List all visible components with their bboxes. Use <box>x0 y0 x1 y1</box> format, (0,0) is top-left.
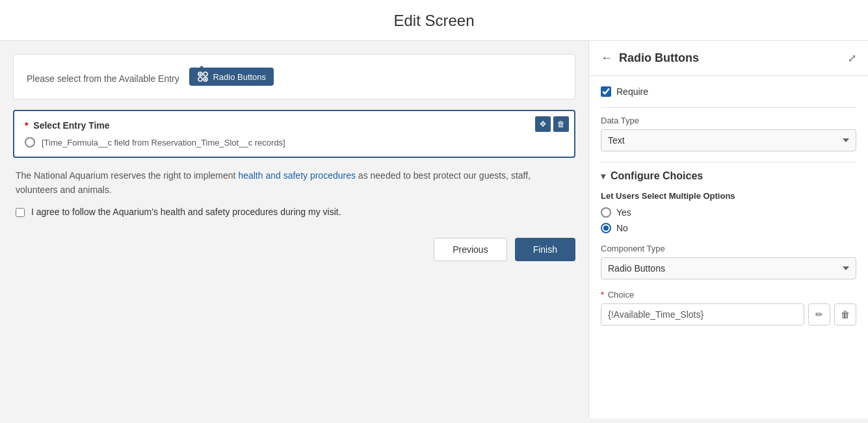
agree-checkbox[interactable] <box>16 208 25 217</box>
radio-option: [Time_Formula__c field from Reservation_… <box>25 137 564 147</box>
require-checkbox[interactable] <box>601 86 611 97</box>
right-panel-header: ← Radio Buttons ⤢ <box>589 41 868 76</box>
expand-icon[interactable]: ⤢ <box>848 52 856 64</box>
entry-prompt-card: Please select from the Available Entry <box>13 54 575 99</box>
configure-choices-label: Configure Choices <box>611 170 703 182</box>
component-type-section: Component Type Radio Buttons <box>601 244 856 279</box>
info-section: The National Aquarium reserves the right… <box>13 168 575 217</box>
svg-point-5 <box>205 79 207 81</box>
checkbox-row: I agree to follow the Aquarium's health … <box>16 207 573 217</box>
svg-point-1 <box>204 72 207 76</box>
divider-2 <box>601 162 856 162</box>
page-title: Edit Screen <box>0 12 868 30</box>
panel-body: Require Data Type Text ▾ Configure Choic… <box>589 76 868 336</box>
radio-option-text: [Time_Formula__c field from Reservation_… <box>42 138 285 147</box>
choice-label: * Choice <box>601 290 856 300</box>
field-label: * Select Entry Time <box>25 120 564 131</box>
tooltip-container: Radio Buttons <box>187 73 274 84</box>
yes-option-row[interactable]: Yes <box>601 207 856 218</box>
choice-section: * Choice ✏ 🗑 <box>601 290 856 326</box>
move-button[interactable]: ✥ <box>535 116 551 132</box>
require-label: Require <box>616 86 648 97</box>
radio-buttons-icon <box>197 71 209 83</box>
multiple-options-label: Let Users Select Multiple Options <box>601 191 856 201</box>
checkbox-label: I agree to follow the Aquarium's health … <box>31 207 341 217</box>
choice-required-star: * <box>601 290 604 300</box>
yes-radio-dot <box>601 207 611 218</box>
select-time-card: ✥ 🗑 * Select Entry Time [Time_Formula__c… <box>13 110 575 158</box>
divider-1 <box>601 107 856 108</box>
configure-choices-header[interactable]: ▾ Configure Choices <box>601 170 856 182</box>
panel-header-left: ← Radio Buttons <box>601 51 699 65</box>
main-layout: Please select from the Available Entry <box>0 41 868 418</box>
previous-button[interactable]: Previous <box>434 238 506 261</box>
card-actions: ✥ 🗑 <box>535 116 569 132</box>
choice-input[interactable] <box>601 303 804 326</box>
info-link[interactable]: health and safety procedures <box>238 170 356 181</box>
delete-button[interactable]: 🗑 <box>553 116 569 132</box>
delete-choice-button[interactable]: 🗑 <box>834 303 856 326</box>
panel-title: Radio Buttons <box>619 51 699 65</box>
require-row: Require <box>601 86 856 97</box>
info-text: The National Aquarium reserves the right… <box>16 168 573 198</box>
required-star: * <box>25 120 28 131</box>
page-header: Edit Screen <box>0 0 868 41</box>
no-option-row[interactable]: No <box>601 223 856 233</box>
yes-label: Yes <box>616 207 631 218</box>
data-type-label: Data Type <box>601 116 856 125</box>
no-label: No <box>616 223 628 233</box>
finish-button[interactable]: Finish <box>515 238 575 261</box>
choice-row: ✏ 🗑 <box>601 303 856 326</box>
field-label-text: Select Entry Time <box>33 120 109 131</box>
right-panel: ← Radio Buttons ⤢ Require Data Type Text <box>588 41 868 418</box>
data-type-select[interactable]: Text <box>601 129 856 151</box>
nav-buttons: Previous Finish <box>13 227 575 264</box>
info-text-before: The National Aquarium reserves the right… <box>16 170 238 181</box>
edit-choice-button[interactable]: ✏ <box>808 303 830 326</box>
left-panel: Please select from the Available Entry <box>0 41 588 418</box>
back-arrow-icon[interactable]: ← <box>601 51 612 65</box>
component-type-select[interactable]: Radio Buttons <box>601 257 856 279</box>
svg-point-4 <box>200 73 202 75</box>
radio-circle <box>25 137 35 147</box>
entry-prompt-text: Please select from the Available Entry <box>27 73 187 84</box>
no-radio-dot <box>601 223 611 233</box>
data-type-section: Data Type Text <box>601 116 856 151</box>
multiple-options-group: Yes No <box>601 207 856 233</box>
choice-label-text: Choice <box>608 290 634 300</box>
chevron-down-icon: ▾ <box>601 171 605 181</box>
svg-point-2 <box>198 77 202 81</box>
radio-buttons-tooltip[interactable]: Radio Buttons <box>189 68 274 86</box>
tooltip-label: Radio Buttons <box>213 72 266 82</box>
component-type-label: Component Type <box>601 244 856 253</box>
